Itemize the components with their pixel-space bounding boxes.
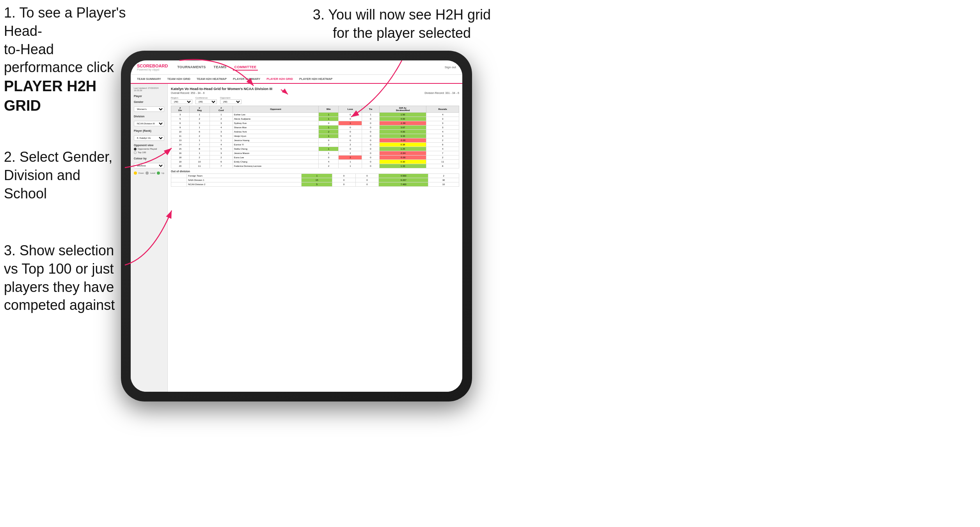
col-header-diff: Diff AvStrokes/Rnd [379,106,426,112]
radio-opponents-played[interactable]: Opponents Played [134,148,164,150]
sidebar-colour-select[interactable]: Win/loss [134,163,164,168]
cell-rounds: 4 [426,129,459,134]
table-header-row: #Div #Reg #Conf Opponent Win Loss Tie Di… [171,106,459,112]
cell-rounds: 3 [426,117,459,121]
sidebar-opponent-view-section: Opponent view Opponents Played Top 100 [134,144,164,154]
cell-diff: 1.33 [379,164,426,168]
cell-diff: 4.00 [379,129,426,134]
table-row: 14 7 4 Eunice Yi 2 2 0 0.38 9 [171,142,459,147]
cell-conf: 4 [209,125,233,129]
cell-reg: 2 [189,155,209,159]
report-title: Katelyn Vo Head-to-Head Grid for Women's… [171,87,459,91]
cell-win: 1 [319,151,339,155]
cell-rounds: 2 [426,138,459,142]
ood-cell-win: 5 [302,182,332,186]
sidebar-division-select[interactable]: NCAA Division III [134,121,164,126]
cell-conf: 7 [209,164,233,168]
out-of-division-label: Out of division [171,168,459,173]
radio-top100[interactable]: Top 100 [134,151,164,154]
sub-nav-team-h2h-heatmap[interactable]: TEAM H2H HEATMAP [197,76,227,81]
sidebar-player-label: Player [134,95,164,97]
tablet-body: SCOREBOARD Powered by clippd TOURNAMENTS… [121,51,472,401]
ood-cell-tie: 0 [355,173,379,178]
table-row: 9 1 4 Sharon Mun 1 0 0 3.67 3 [171,125,459,129]
ood-cell-empty [171,173,187,178]
cell-opponent: Esther Lee [233,112,319,117]
cell-loss: 1 [339,164,362,168]
cell-rounds: 2 [426,155,459,159]
ood-cell-rounds: 2 [428,173,459,178]
cell-tie: 0 [362,117,379,121]
cell-win: 2 [319,142,339,147]
table-row: 10 6 3 Andrea York 2 0 0 4.00 4 [171,129,459,134]
table-row: 11 2 5 Heejo Hyun 1 0 0 3.33 3 [171,134,459,138]
cell-loss: 0 [339,125,362,129]
ood-cell-win: 15 [302,178,332,182]
ood-cell-win: 1 [302,173,332,178]
cell-conf: 5 [209,147,233,151]
cell-win: 0 [319,121,339,125]
cell-opponent: Alexis Sudjianto [233,117,319,121]
overall-record: Overall Record: 353 - 34 - 6 [171,92,204,94]
nav-committee[interactable]: COMMITTEE [233,64,258,71]
instruction-step1: 1. To see a Player's Head- to-Head perfo… [4,4,133,115]
ood-cell-diff: 7.400 [379,182,428,186]
cell-tie: 0 [362,164,379,168]
cell-conf: 5 [209,134,233,138]
sidebar-gender-select[interactable]: Women's [134,106,164,112]
ood-cell-tie: 0 [355,178,379,182]
sub-nav-player-h2h-heatmap[interactable]: PLAYER H2H HEATMAP [299,76,332,81]
cell-win: 1 [319,112,339,117]
filter-opponent-label: Opponent [220,97,241,99]
sign-out-link[interactable]: Sign out [445,65,456,69]
out-of-division-row: NAIA Division 1 15 0 0 9.267 30 [171,178,459,182]
cell-rounds: 3 [426,134,459,138]
cell-rounds: 6 [426,164,459,168]
filter-opponent-select[interactable]: (All) [220,99,241,104]
ood-cell-tie: 0 [355,182,379,186]
instruction-step3-text: 3. You will now see H2H grid for the pla… [308,6,495,42]
cell-conf: 1 [209,138,233,142]
sub-nav-player-h2h-grid[interactable]: PLAYER H2H GRID [266,76,293,81]
instruction-step3-right: 3. You will now see H2H grid for the pla… [308,6,495,42]
sub-nav-player-summary[interactable]: PLAYER SUMMARY [233,76,260,81]
cell-rounds: 7 [426,151,459,155]
sidebar-player-rank-select[interactable]: 8. Katelyn Vo [134,135,164,141]
cell-reg: 2 [189,117,209,121]
nav-teams[interactable]: TEAMS [212,64,228,71]
cell-conf: 1 [209,112,233,117]
cell-div: 16 [171,151,190,155]
cell-reg: 6 [189,129,209,134]
table-row: 19 10 6 Emily Chang 4 1 0 0.30 11 [171,159,459,164]
cell-tie: 0 [362,142,379,147]
instruction-step3-left-text: 3. Show selection vs Top 100 or just pla… [4,242,117,315]
instruction-step3-left: 3. Show selection vs Top 100 or just pla… [4,242,117,315]
filter-conference-select[interactable]: (All) [195,99,217,104]
instruction-step2-text: 2. Select Gender, Division and School [4,148,121,203]
cell-loss: 0 [339,112,362,117]
ood-cell-opponent: Foreign Team [187,173,302,178]
cell-tie: 0 [362,151,379,155]
cell-win: 1 [319,125,339,129]
filter-region-select[interactable]: (All) [171,99,192,104]
main-data-panel: Katelyn Vo Head-to-Head Grid for Women's… [168,84,462,392]
table-row: 15 8 5 Stella Cheng 1 0 0 1.25 4 [171,147,459,151]
cell-div: 5 [171,117,190,121]
ood-cell-empty [171,182,187,186]
legend-label-up: Up [162,172,164,174]
sub-nav: TEAM SUMMARY TEAM H2H GRID TEAM H2H HEAT… [131,75,462,84]
cell-tie: 0 [362,134,379,138]
sidebar-player-rank-label: Player (Rank) [134,129,164,132]
out-of-division-row: NCAA Division 2 5 0 0 7.400 10 [171,182,459,186]
legend-dot-level [146,172,149,175]
table-row: 3 1 1 Esther Lee 1 0 1 1.50 4 [171,112,459,117]
nav-tournaments[interactable]: TOURNAMENTS [176,64,207,71]
sidebar-gender-section: Gender Women's [134,101,164,112]
col-header-div: #Div [171,106,190,112]
cell-diff: -5.00 [379,155,426,159]
radio-dot-top100 [134,151,137,154]
cell-opponent: Jessica Mason [233,151,319,155]
sub-nav-team-summary[interactable]: TEAM SUMMARY [137,76,161,81]
sub-nav-team-h2h-grid[interactable]: TEAM H2H GRID [167,76,190,81]
cell-win: 2 [319,129,339,134]
